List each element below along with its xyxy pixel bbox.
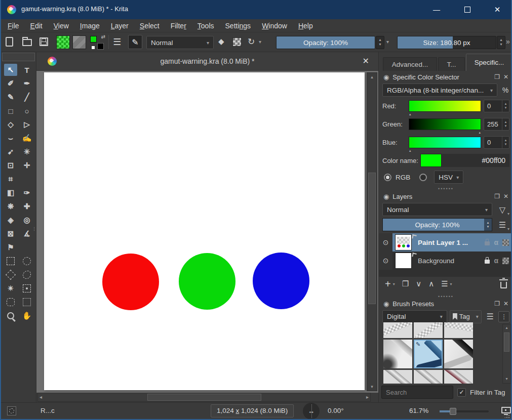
add-layer-button[interactable]: +: [385, 279, 391, 288]
layer-options-button[interactable]: ☰▾: [495, 220, 509, 230]
pattern-chooser-button[interactable]: [72, 35, 86, 49]
tab-specific-color-selector[interactable]: Specific...: [466, 54, 512, 71]
contiguous-select-tool[interactable]: ✴: [4, 282, 17, 295]
filter-in-tag-checkbox[interactable]: ✓: [457, 388, 466, 397]
smart-patch-tool[interactable]: ✚: [20, 200, 33, 213]
hex-color-field[interactable]: #00ff00: [442, 154, 509, 167]
menu-settings[interactable]: Settings: [220, 22, 257, 30]
delete-layer-button[interactable]: [500, 282, 507, 288]
dynamic-brush-tool[interactable]: ➹: [4, 146, 17, 158]
menu-image[interactable]: Image: [74, 22, 105, 30]
background-color-swatch[interactable]: [97, 43, 104, 50]
size-spinner[interactable]: ▴▾: [497, 36, 505, 49]
layer-properties-button[interactable]: ☰: [441, 279, 448, 288]
color-model-dropdown[interactable]: RGB/Alpha (8-bit integer/chan...▾: [382, 83, 497, 97]
secondary-radio[interactable]: [419, 174, 427, 181]
similar-color-select-tool[interactable]: [20, 282, 33, 295]
default-colors-swatch[interactable]: [91, 46, 95, 50]
red-value-spinbox[interactable]: 0▴▾: [484, 100, 509, 112]
document-titlebar[interactable]: gamut-warning.kra (8.0 MiB) * ✕: [36, 52, 378, 71]
gradient-tool[interactable]: ◧: [4, 187, 17, 199]
scroll-right-arrow[interactable]: ▸: [366, 394, 369, 400]
enclose-fill-tool[interactable]: ◎: [20, 214, 33, 226]
transform-tool[interactable]: ⊡: [4, 159, 17, 172]
vertical-scroll-thumb[interactable]: [368, 173, 376, 304]
alpha-icon[interactable]: α: [494, 238, 498, 246]
scroll-up-arrow[interactable]: ▴: [503, 325, 510, 330]
opacity-options-arrow[interactable]: ▾: [386, 39, 389, 45]
canvas-horizontal-scrollbar[interactable]: ◂ ▸: [37, 393, 371, 402]
ellipse-tool[interactable]: ○: [20, 105, 33, 117]
menu-edit[interactable]: Edit: [25, 22, 48, 30]
rectangle-tool[interactable]: □: [4, 105, 17, 117]
spin-down-icon[interactable]: ▾: [505, 124, 507, 128]
measure-tool[interactable]: ∡: [20, 228, 33, 240]
toolbar-overflow-button[interactable]: »: [506, 37, 510, 46]
layer-lock-icon[interactable]: [485, 260, 490, 264]
spin-down-icon[interactable]: ▾: [487, 225, 489, 229]
menu-view[interactable]: View: [48, 22, 74, 30]
menu-tools[interactable]: Tools: [192, 22, 220, 30]
tag-button[interactable]: Tag▾: [450, 310, 482, 323]
scroll-up-arrow[interactable]: ▴: [367, 74, 377, 79]
add-layer-arrow[interactable]: ▾: [393, 282, 395, 286]
foreground-color-swatch[interactable]: [90, 36, 97, 43]
search-input[interactable]: [381, 386, 453, 399]
layer-row-background[interactable]: ⊙ Background α: [379, 251, 512, 270]
polygon-tool[interactable]: ◇: [4, 118, 17, 131]
brush-preset-eraser-circle[interactable]: ✎: [383, 322, 412, 338]
brush-preset-pen-1[interactable]: ✎: [383, 370, 412, 384]
freehand-select-tool[interactable]: [20, 269, 33, 281]
canvas-rotation-dial[interactable]: ↔: [303, 403, 320, 419]
swap-colors-icon[interactable]: ⇄: [101, 34, 105, 39]
hsv-dropdown[interactable]: HSV▾: [434, 171, 463, 184]
scroll-down-arrow[interactable]: ▾: [503, 376, 510, 381]
properties-arrow[interactable]: ▾: [450, 282, 452, 286]
zoom-tool[interactable]: [4, 310, 17, 322]
docker-close-icon[interactable]: ✕: [503, 300, 508, 307]
layer-thumbnail[interactable]: [395, 234, 412, 250]
reload-preset-button[interactable]: ↻: [248, 36, 255, 47]
view-mode-button[interactable]: ☰: [484, 312, 496, 321]
green-channel-slider[interactable]: ▴: [409, 118, 481, 130]
docker-lock-icon[interactable]: ◉: [383, 73, 389, 81]
rgb-radio[interactable]: [384, 174, 391, 181]
docker-float-icon[interactable]: ❐: [494, 73, 500, 80]
brush-preset-eraser-small[interactable]: ✎: [414, 322, 443, 338]
tab-advanced-color-selector[interactable]: Advanced...: [383, 57, 437, 71]
polyline-tool[interactable]: ▷: [20, 118, 33, 131]
brush-preset-pen-3[interactable]: ✎: [444, 370, 473, 384]
tab-t[interactable]: T...: [438, 57, 465, 71]
horizontal-scroll-thumb[interactable]: [147, 394, 261, 401]
percent-toggle-button[interactable]: %: [501, 86, 509, 94]
brush-preset-eraser-soft[interactable]: ✎: [444, 322, 473, 338]
menu-filter[interactable]: Filter: [165, 22, 192, 30]
canvas-vertical-scrollbar[interactable]: ▴ ▾: [367, 72, 377, 391]
visibility-toggle[interactable]: ⊙: [379, 233, 392, 251]
docker-header[interactable]: ◉ Specific Color Selector ❐ ✕: [379, 71, 512, 83]
blue-value-spinbox[interactable]: 0▴▾: [484, 136, 509, 149]
docker-float-icon[interactable]: ❐: [494, 300, 500, 307]
fg-bg-color-button[interactable]: ⇄: [90, 35, 105, 50]
menu-layer[interactable]: Layer: [105, 22, 134, 30]
new-document-button[interactable]: [6, 37, 13, 47]
text-tool[interactable]: T: [20, 64, 33, 76]
menu-help[interactable]: Help: [293, 22, 319, 30]
choose-brush-preset-button[interactable]: ☰: [113, 36, 121, 48]
move-layer-down-button[interactable]: ∨: [416, 279, 421, 288]
layer-row-paint-layer-1[interactable]: ⊙ Paint Layer 1 ... α: [379, 233, 512, 251]
assistants-tool[interactable]: ⊠: [4, 228, 17, 240]
green-value-spinbox[interactable]: 255▴▾: [484, 118, 509, 131]
move-layer-up-button[interactable]: ∧: [428, 279, 434, 288]
calligraphy-tool[interactable]: ✒: [20, 77, 33, 90]
line-tool[interactable]: ╱: [20, 91, 33, 103]
zoom-slider[interactable]: [440, 410, 489, 412]
edit-brush-settings-button[interactable]: ✎: [128, 35, 142, 49]
canvas-viewport[interactable]: ▴ ▾: [36, 71, 378, 393]
reload-options-arrow[interactable]: ▾: [259, 39, 261, 45]
eraser-mode-button[interactable]: ◆: [218, 37, 224, 46]
image-dimensions-button[interactable]: 1,024 x 1,024 (8.0 MiB): [211, 404, 294, 417]
polygonal-select-tool[interactable]: [4, 269, 17, 281]
preserve-alpha-button[interactable]: [232, 37, 242, 47]
blending-mode-dropdown[interactable]: Normal▾: [146, 36, 214, 49]
